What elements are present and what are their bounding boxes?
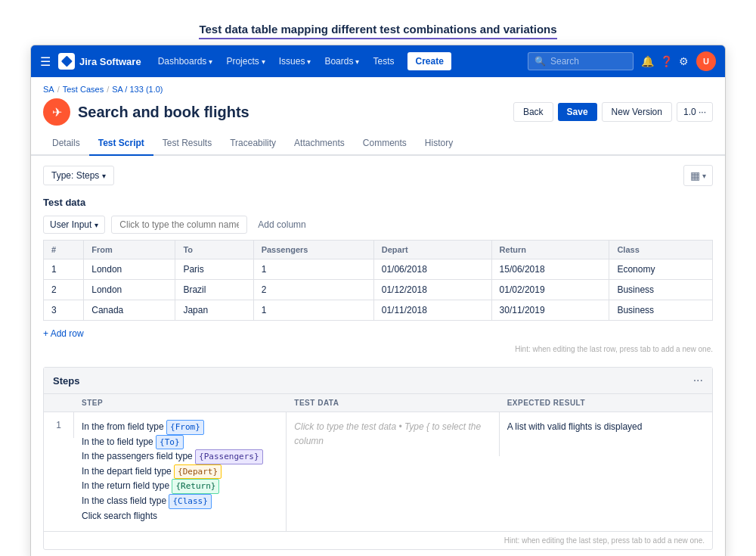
nav-dashboards[interactable]: Dashboards ▾: [152, 53, 219, 70]
cell-return-3[interactable]: 30/11/2019: [491, 300, 609, 321]
col-header-return: Return: [491, 241, 609, 259]
steps-col-headers: STEP TEST DATA EXPECTED RESULT: [44, 394, 712, 412]
hamburger-icon[interactable]: ☰: [40, 54, 51, 69]
view-toggle-chevron-icon: ▾: [702, 172, 706, 180]
user-avatar[interactable]: U: [696, 51, 716, 71]
type-selector-row: Type: Steps ▾ ▦ ▾: [43, 165, 713, 186]
nav-boards[interactable]: Boards ▾: [318, 53, 365, 70]
create-button[interactable]: Create: [407, 52, 451, 70]
tab-details[interactable]: Details: [43, 132, 89, 156]
var-return: {Return}: [172, 479, 219, 494]
step-number-1: 1: [44, 412, 74, 438]
browser-frame: ☰ Jira Software Dashboards ▾ Projects ▾ …: [30, 45, 726, 556]
breadcrumb-item[interactable]: SA / 133 (1.0): [112, 85, 163, 94]
tab-traceability[interactable]: Traceability: [221, 132, 285, 156]
cell-from-1[interactable]: London: [84, 259, 175, 280]
cell-depart-1[interactable]: 01/06/2018: [373, 259, 491, 280]
test-data-section-title: Test data: [43, 197, 713, 208]
step-expected-result-1[interactable]: A list with valid flights is displayed: [500, 412, 712, 442]
input-type-select[interactable]: User Input ▾: [43, 216, 105, 234]
step-test-data-1[interactable]: Click to type the test data • Type { to …: [287, 412, 499, 456]
col-header-num-steps: [44, 394, 74, 412]
cell-depart-2[interactable]: 01/12/2018: [373, 280, 491, 300]
table-row: 2 London Brazil 2 01/12/2018 01/02/2019 …: [44, 280, 713, 300]
breadcrumb-test-cases[interactable]: Test Cases: [63, 85, 104, 94]
cell-return-2[interactable]: 01/02/2019: [491, 280, 609, 300]
tab-test-results[interactable]: Test Results: [153, 132, 221, 156]
cell-from-2[interactable]: London: [84, 280, 175, 300]
version-dots-button[interactable]: 1.0 ···: [677, 102, 713, 122]
nav-tests[interactable]: Tests: [367, 53, 400, 70]
var-passengers: {Passengers}: [195, 449, 262, 464]
search-icon: 🔍: [534, 56, 546, 67]
steps-menu-button[interactable]: ···: [693, 374, 703, 387]
table-row: 1 London Paris 1 01/06/2018 15/06/2018 E…: [44, 259, 713, 280]
cell-class-3[interactable]: Business: [609, 300, 713, 321]
step-text-depart-prefix: In the depart field type: [82, 466, 174, 477]
page-title-left: ✈ Search and book flights: [43, 98, 249, 126]
tab-attachments[interactable]: Attachments: [285, 132, 354, 156]
page-icon: ✈: [43, 98, 70, 126]
type-select[interactable]: Type: Steps ▾: [43, 166, 114, 185]
cell-to-2[interactable]: Brazil: [175, 280, 253, 300]
cell-to-1[interactable]: Paris: [175, 259, 253, 280]
breadcrumb-sa[interactable]: SA: [43, 85, 54, 94]
col-header-step: STEP: [74, 394, 287, 412]
tab-test-script[interactable]: Test Script: [89, 132, 153, 156]
cell-to-3[interactable]: Japan: [175, 300, 253, 321]
column-name-input[interactable]: [111, 216, 247, 234]
cell-class-1[interactable]: Economy: [609, 259, 713, 280]
cell-depart-3[interactable]: 01/11/2018: [373, 300, 491, 321]
page-title: Search and book flights: [78, 104, 249, 121]
cell-passengers-3[interactable]: 1: [253, 300, 373, 321]
search-placeholder: Search: [550, 56, 579, 67]
col-header-depart: Depart: [373, 241, 491, 259]
type-chevron-icon: ▾: [102, 172, 106, 180]
step-text-passengers-prefix: In the passengers field type: [82, 451, 195, 461]
page-title-actions: Back Save New Version 1.0 ···: [513, 102, 713, 122]
var-to: {To}: [156, 435, 184, 450]
input-type-label: User Input: [50, 219, 91, 230]
step-row-1: 1 In the from field type {From} In the t…: [44, 412, 712, 532]
new-version-button[interactable]: New Version: [602, 102, 672, 122]
cell-num-2: 2: [44, 280, 84, 300]
top-annotation: Test data table mapping different test c…: [199, 23, 556, 39]
logo-text: Jira Software: [79, 56, 141, 67]
steps-section: Steps ··· STEP TEST DATA EXPECTED RESULT…: [43, 367, 713, 550]
back-button[interactable]: Back: [513, 102, 553, 122]
step-content-1[interactable]: In the from field type {From} In the to …: [74, 412, 287, 531]
add-row-button[interactable]: + Add row: [43, 325, 84, 342]
settings-icon[interactable]: ⚙: [679, 55, 689, 67]
tab-comments[interactable]: Comments: [354, 132, 416, 156]
table-row: 3 Canada Japan 1 01/11/2018 30/11/2019 B…: [44, 300, 713, 321]
col-header-num: #: [44, 241, 84, 259]
var-depart: {Depart}: [174, 464, 222, 480]
steps-title: Steps: [53, 375, 79, 387]
col-header-passengers: Passengers: [253, 241, 373, 259]
test-data-controls: User Input ▾ Add column: [43, 216, 713, 234]
nav-issues[interactable]: Issues ▾: [273, 53, 318, 70]
nav-projects[interactable]: Projects ▾: [220, 53, 271, 70]
cell-return-1[interactable]: 15/06/2018: [491, 259, 609, 280]
notification-icon[interactable]: 🔔: [641, 55, 654, 67]
help-icon[interactable]: ❓: [660, 55, 673, 67]
test-data-table: # From To Passengers Depart Return Class…: [43, 240, 713, 321]
steps-hint: Hint: when editing the last step, press …: [44, 532, 712, 549]
cell-passengers-2[interactable]: 2: [253, 280, 373, 300]
search-bar[interactable]: 🔍 Search: [528, 52, 634, 70]
cell-class-2[interactable]: Business: [609, 280, 713, 300]
content-area: Type: Steps ▾ ▦ ▾ Test data User Input ▾…: [31, 156, 725, 556]
breadcrumb-sep-1: /: [57, 85, 60, 94]
cell-from-3[interactable]: Canada: [84, 300, 175, 321]
tab-history[interactable]: History: [416, 132, 462, 156]
view-toggle-button[interactable]: ▦ ▾: [683, 165, 713, 186]
cell-passengers-1[interactable]: 1: [253, 259, 373, 280]
breadcrumb-sep-2: /: [107, 85, 109, 94]
save-button[interactable]: Save: [558, 103, 597, 121]
add-column-button[interactable]: Add column: [253, 216, 310, 233]
cell-num-1: 1: [44, 259, 84, 280]
page-title-row: ✈ Search and book flights Back Save New …: [43, 98, 713, 126]
cell-num-3: 3: [44, 300, 84, 321]
table-hint: Hint: when editing the last row, press t…: [43, 342, 713, 356]
input-type-chevron-icon: ▾: [94, 221, 98, 229]
